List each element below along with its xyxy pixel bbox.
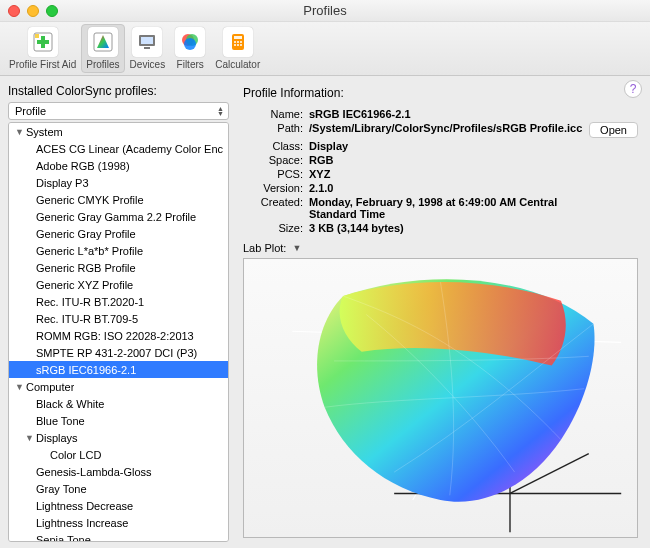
toolbar-calculator[interactable]: Calculator	[210, 24, 265, 73]
tree-item-label: Generic CMYK Profile	[36, 194, 144, 206]
tree-item[interactable]: Generic XYZ Profile	[9, 276, 228, 293]
main-content: Installed ColorSync profiles: Profile ▲▼…	[0, 76, 650, 548]
tree-item-label: Lightness Decrease	[36, 500, 133, 512]
tree-item[interactable]: sRGB IEC61966-2.1	[9, 361, 228, 378]
svg-point-11	[184, 38, 196, 50]
tree-item[interactable]: Rec. ITU-R BT.2020-1	[9, 293, 228, 310]
toolbar-profiles[interactable]: Profiles	[81, 24, 124, 73]
column-header-label: Profile	[15, 105, 46, 117]
tree-item[interactable]: ROMM RGB: ISO 22028-2:2013	[9, 327, 228, 344]
tree-item-label: Color LCD	[50, 449, 101, 461]
tree-item[interactable]: SMPTE RP 431-2-2007 DCI (P3)	[9, 344, 228, 361]
tree-item[interactable]: Lightness Decrease	[9, 497, 228, 514]
disclosure-icon: ▼	[15, 382, 24, 392]
help-button[interactable]: ?	[624, 80, 642, 98]
tree-group-system[interactable]: ▼System	[9, 123, 228, 140]
tree-item[interactable]: Blue Tone	[9, 412, 228, 429]
svg-point-14	[234, 41, 236, 43]
tree-item-label: Rec. ITU-R BT.709-5	[36, 313, 138, 325]
field-label-created: Created:	[243, 196, 303, 220]
tree-item[interactable]: Black & White	[9, 395, 228, 412]
svg-point-19	[240, 44, 242, 46]
lab-plot-row: Lab Plot: ▼	[239, 240, 642, 258]
tree-item-label: Black & White	[36, 398, 104, 410]
field-value-created: Monday, February 9, 1998 at 6:49:00 AM C…	[309, 196, 583, 220]
field-value-path: /System/Library/ColorSync/Profiles/sRGB …	[309, 122, 583, 138]
toolbar-label: Devices	[130, 59, 166, 70]
toolbar-devices[interactable]: Devices	[125, 24, 171, 73]
help-icon: ?	[630, 82, 637, 96]
svg-point-16	[240, 41, 242, 43]
profile-tree[interactable]: ▼SystemACES CG Linear (Academy Color Enc…	[8, 122, 229, 542]
tree-item-label: Generic RGB Profile	[36, 262, 136, 274]
first-aid-icon	[28, 27, 58, 57]
field-value-size: 3 KB (3,144 bytes)	[309, 222, 583, 234]
svg-rect-8	[144, 47, 150, 49]
field-label-class: Class:	[243, 140, 303, 152]
tree-item-label: Displays	[36, 432, 78, 444]
field-value-version: 2.1.0	[309, 182, 583, 194]
tree-item-label: Blue Tone	[36, 415, 85, 427]
svg-rect-3	[35, 34, 39, 38]
window-title: Profiles	[0, 3, 650, 18]
calculator-icon	[223, 27, 253, 57]
tree-item-label: SMPTE RP 431-2-2007 DCI (P3)	[36, 347, 197, 359]
toolbar-label: Profiles	[86, 59, 119, 70]
tree-item-label: ROMM RGB: ISO 22028-2:2013	[36, 330, 194, 342]
toolbar-profile-first-aid[interactable]: Profile First Aid	[4, 24, 81, 73]
svg-point-17	[234, 44, 236, 46]
toolbar-label: Filters	[177, 59, 204, 70]
tree-item[interactable]: Display P3	[9, 174, 228, 191]
tree-item[interactable]: Generic CMYK Profile	[9, 191, 228, 208]
open-button[interactable]: Open	[589, 122, 638, 138]
field-value-name: sRGB IEC61966-2.1	[309, 108, 583, 120]
tree-group-displays[interactable]: ▼Displays	[9, 429, 228, 446]
tree-item[interactable]: Generic Gray Profile	[9, 225, 228, 242]
tree-item[interactable]: Generic RGB Profile	[9, 259, 228, 276]
details-panel: ? Profile Information: Name: sRGB IEC619…	[233, 76, 650, 548]
field-value-pcs: XYZ	[309, 168, 583, 180]
tree-item-label: Genesis-Lambda-Gloss	[36, 466, 152, 478]
profile-info-grid: Name: sRGB IEC61966-2.1 Path: /System/Li…	[239, 108, 642, 240]
tree-item[interactable]: Lightness Increase	[9, 514, 228, 531]
toolbar-label: Calculator	[215, 59, 260, 70]
lab-plot-label: Lab Plot:	[243, 242, 286, 254]
toolbar: Profile First Aid Profiles Devices Filte…	[0, 22, 650, 76]
tree-group-computer[interactable]: ▼Computer	[9, 378, 228, 395]
svg-point-15	[237, 41, 239, 43]
tree-item[interactable]: Generic L*a*b* Profile	[9, 242, 228, 259]
svg-rect-7	[141, 37, 153, 44]
field-label-version: Version:	[243, 182, 303, 194]
toolbar-label: Profile First Aid	[9, 59, 76, 70]
profiles-icon	[88, 27, 118, 57]
sidebar-header: Installed ColorSync profiles:	[8, 84, 229, 98]
field-label-name: Name:	[243, 108, 303, 120]
lab-plot-3d	[244, 259, 637, 537]
tree-item[interactable]: Sepia Tone	[9, 531, 228, 542]
field-label-size: Size:	[243, 222, 303, 234]
tree-item[interactable]: Generic Gray Gamma 2.2 Profile	[9, 208, 228, 225]
tree-item-label: Generic XYZ Profile	[36, 279, 133, 291]
tree-item-label: Generic Gray Gamma 2.2 Profile	[36, 211, 196, 223]
field-value-space: RGB	[309, 154, 583, 166]
tree-item-label: Computer	[26, 381, 74, 393]
tree-item[interactable]: Genesis-Lambda-Gloss	[9, 463, 228, 480]
tree-item[interactable]: Gray Tone	[9, 480, 228, 497]
svg-rect-13	[234, 36, 242, 39]
titlebar: Profiles	[0, 0, 650, 22]
tree-item[interactable]: Rec. ITU-R BT.709-5	[9, 310, 228, 327]
sort-arrows-icon: ▲▼	[217, 106, 226, 116]
tree-item[interactable]: Color LCD	[9, 446, 228, 463]
lab-plot-view[interactable]	[243, 258, 638, 538]
column-header-profile[interactable]: Profile ▲▼	[8, 102, 229, 120]
tree-item-label: Sepia Tone	[36, 534, 91, 543]
toolbar-filters[interactable]: Filters	[170, 24, 210, 73]
tree-item[interactable]: ACES CG Linear (Academy Color Enc	[9, 140, 228, 157]
lab-plot-disclosure-icon[interactable]: ▼	[292, 243, 301, 253]
tree-item-label: Generic L*a*b* Profile	[36, 245, 143, 257]
field-label-pcs: PCS:	[243, 168, 303, 180]
tree-item[interactable]: Adobe RGB (1998)	[9, 157, 228, 174]
tree-item-label: Generic Gray Profile	[36, 228, 136, 240]
sidebar: Installed ColorSync profiles: Profile ▲▼…	[0, 76, 233, 548]
tree-item-label: ACES CG Linear (Academy Color Enc	[36, 143, 223, 155]
